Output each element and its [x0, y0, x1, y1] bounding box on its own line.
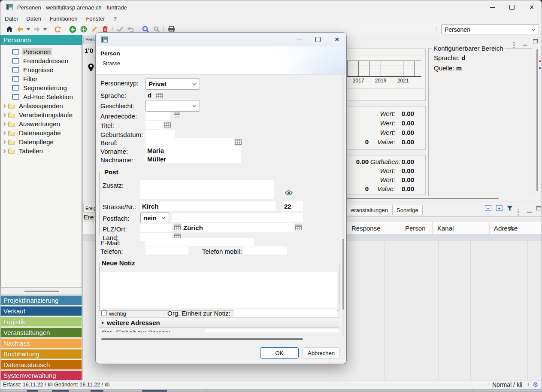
lookup-grid-icon[interactable]: [156, 92, 163, 100]
lookup-grid-icon[interactable]: [174, 112, 180, 120]
dialog-horizontal-scrollbar[interactable]: [101, 338, 303, 340]
module-button[interactable]: Buchhaltung: [0, 349, 82, 359]
forward-dropdown-button[interactable]: [42, 24, 48, 34]
lookup-grid-icon[interactable]: [295, 224, 302, 232]
menu-item[interactable]: ?: [109, 15, 121, 23]
lookup-grid-icon[interactable]: [164, 122, 171, 129]
sidebar-tree-item[interactable]: Segmentierung: [1, 83, 82, 92]
table-column-header[interactable]: Person: [400, 222, 432, 234]
personentyp-select[interactable]: Privat: [145, 78, 200, 90]
chevron-right-icon[interactable]: [3, 140, 7, 144]
sidebar-tree-item[interactable]: Filter: [1, 74, 82, 83]
chevron-right-icon[interactable]: [3, 104, 7, 108]
panel-minimize-icon[interactable]: [527, 207, 532, 214]
dialog-maximize-button[interactable]: [309, 33, 327, 46]
panel-maximize-icon[interactable]: [536, 204, 541, 212]
sidebar-tree-folder[interactable]: Datenausgabe: [1, 128, 82, 137]
hausnummer-input[interactable]: 22: [282, 201, 303, 211]
panel-maximize-icon[interactable]: [533, 37, 538, 45]
table-column-header[interactable]: Kanal: [432, 222, 489, 234]
back-button[interactable]: [15, 24, 25, 34]
nachname-input[interactable]: Müller: [145, 155, 241, 163]
expand-all-icon[interactable]: +: [496, 205, 503, 211]
context-select[interactable]: Personen: [441, 24, 539, 34]
beruf-input[interactable]: [145, 138, 233, 146]
table-column-header[interactable]: Adresse: [489, 222, 504, 234]
cancel-button[interactable]: Abbrechen: [303, 347, 340, 359]
weitere-adressen-expander[interactable]: ▸ weitere Adressen: [99, 317, 339, 328]
filter-icon[interactable]: [507, 205, 513, 213]
postfach-select[interactable]: nein: [140, 212, 169, 223]
chevron-right-icon[interactable]: [3, 113, 7, 117]
module-button[interactable]: Systemverwaltung: [0, 371, 82, 380]
lookup-grid-icon[interactable]: [174, 224, 181, 232]
telefon-input[interactable]: [145, 246, 188, 255]
chevron-right-icon[interactable]: [3, 122, 7, 126]
main-vertical-scrollbar[interactable]: [536, 45, 538, 198]
module-button[interactable]: Nachlass: [0, 338, 82, 348]
add-related-button[interactable]: [78, 24, 89, 34]
notiz-textarea[interactable]: [100, 272, 337, 308]
dialog-minimize-button: [290, 33, 309, 46]
menu-item[interactable]: Funktionen: [45, 15, 82, 23]
dialog-close-button[interactable]: ✕: [327, 33, 346, 46]
sidebar-tree-item[interactable]: Ad-Hoc Selektion: [1, 92, 82, 101]
table-column-header[interactable]: A: [504, 222, 513, 234]
ort-input[interactable]: Zürich: [182, 223, 294, 232]
sidebar-tree-item[interactable]: Ereignisse: [1, 65, 82, 74]
module-button[interactable]: Projektfinanzierung: [0, 295, 82, 305]
bottom-tab[interactable]: Sonstige: [392, 205, 423, 215]
refresh-button[interactable]: [52, 24, 63, 34]
sidebar-tree-folder[interactable]: Auswertungen: [1, 119, 82, 128]
window-maximize-button[interactable]: [502, 0, 522, 14]
menu-item[interactable]: Daten: [22, 15, 45, 23]
gear-icon[interactable]: ⚙: [533, 381, 538, 389]
menu-item[interactable]: Fenster: [82, 15, 109, 23]
org-einheit-notiz-input[interactable]: [234, 309, 337, 317]
window-close-button[interactable]: ✕: [522, 0, 542, 14]
chevron-right-icon[interactable]: [3, 131, 7, 135]
bottom-tab[interactable]: eranstaltungen: [347, 205, 392, 215]
record-tab-fragment[interactable]: Pers: [83, 36, 97, 43]
chevron-right-icon[interactable]: [3, 149, 7, 153]
telefon-mobil-input[interactable]: [243, 246, 287, 255]
menu-item[interactable]: Datei: [0, 15, 22, 23]
strasse-input[interactable]: Kirch: [140, 201, 276, 211]
postfach-nr-input[interactable]: [172, 213, 303, 222]
back-dropdown-button[interactable]: [25, 24, 31, 34]
titel-input[interactable]: [145, 121, 163, 129]
sidebar-tree-folder[interactable]: Anlassspenden: [1, 101, 82, 110]
scroll-mark: [539, 61, 541, 62]
module-button[interactable]: Veranstaltungen: [0, 328, 82, 337]
collapse-all-icon[interactable]: −: [485, 205, 491, 211]
dialog-vertical-scrollbar[interactable]: [342, 76, 344, 337]
module-button[interactable]: Logistik: [0, 317, 82, 327]
zusatz-textarea[interactable]: [140, 180, 274, 199]
sidebar-splitter[interactable]: [0, 287, 82, 295]
eye-icon[interactable]: [285, 189, 293, 197]
sidebar-tree-folder[interactable]: Verarbeitungsläufe: [1, 110, 82, 119]
vorname-input[interactable]: Maria: [145, 146, 241, 155]
geschlecht-select[interactable]: [145, 100, 200, 112]
sidebar-header: Personen: [0, 35, 82, 45]
plz-input[interactable]: [140, 224, 172, 232]
sidebar-tree-folder[interactable]: Tabellen: [1, 146, 82, 155]
anredecode-input[interactable]: [145, 112, 170, 120]
geburtsdatum-label: Geburtsdatum:: [100, 131, 143, 138]
sidebar-tree-folder[interactable]: Datenpflege: [1, 137, 82, 146]
sidebar-tree-item[interactable]: Personen: [1, 47, 82, 56]
forward-button[interactable]: [31, 24, 42, 34]
window-minimize-button[interactable]: [482, 0, 502, 14]
home-button[interactable]: [4, 24, 15, 34]
module-button[interactable]: Datenaustausch: [0, 360, 82, 370]
sidebar-tree-item[interactable]: Fremdadressen: [1, 56, 82, 65]
lookup-grid-icon[interactable]: [235, 139, 242, 146]
wichtig-checkbox[interactable]: [101, 310, 107, 316]
add-button[interactable]: [67, 24, 78, 34]
module-button[interactable]: Verkauf: [0, 306, 82, 316]
email-input[interactable]: [145, 238, 254, 246]
panel-drag-handle-icon[interactable]: [518, 204, 519, 216]
ok-button[interactable]: OK: [260, 347, 299, 359]
geburtsdatum-input[interactable]: [145, 130, 175, 138]
table-column-header[interactable]: Response: [346, 222, 400, 234]
